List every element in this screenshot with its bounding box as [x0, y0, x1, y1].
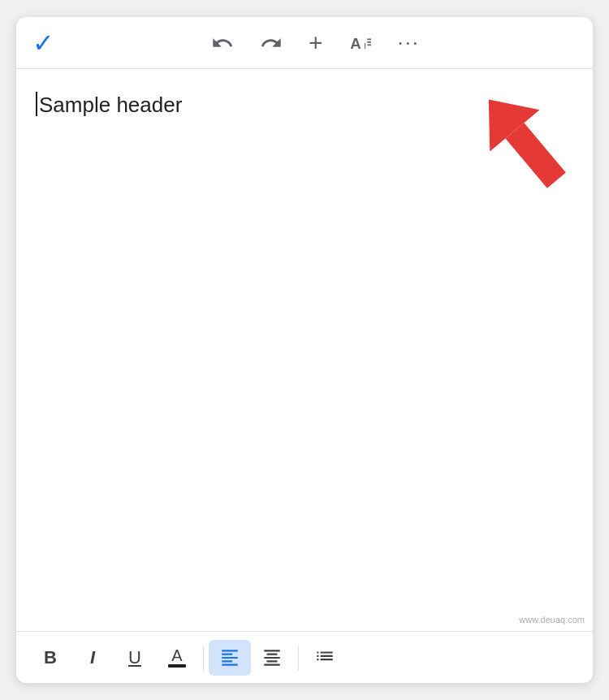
format-divider-1 [203, 645, 204, 671]
phone-frame: ✓ + A [16, 17, 593, 683]
color-a-letter: A [171, 647, 182, 663]
toolbar: ✓ + A [16, 17, 593, 69]
align-center-button[interactable] [251, 640, 293, 676]
list-button[interactable] [304, 640, 346, 676]
format-divider-2 [298, 645, 299, 671]
bold-icon: B [44, 647, 57, 668]
svg-marker-5 [505, 123, 565, 188]
color-a-bar [168, 664, 186, 668]
format-bar: B I U A [16, 631, 593, 683]
italic-button[interactable]: I [71, 640, 114, 676]
more-button[interactable]: ··· [397, 30, 420, 55]
align-left-button[interactable] [209, 640, 251, 676]
add-button[interactable]: + [309, 29, 323, 57]
more-icon-dots: ··· [397, 30, 420, 54]
list-icon [314, 647, 335, 668]
svg-text:A: A [351, 35, 361, 52]
watermark: www.deuaq.com [519, 615, 585, 624]
bold-button[interactable]: B [29, 640, 71, 676]
italic-icon: I [90, 647, 95, 668]
add-icon: + [309, 29, 323, 57]
content-area[interactable]: Sample header www.deuaq.com [16, 69, 593, 631]
toolbar-left: ✓ [32, 30, 54, 56]
header-text-content: Sample header [39, 92, 182, 119]
underline-icon: U [128, 647, 141, 668]
undo-button[interactable] [211, 32, 234, 54]
text-cursor [36, 92, 37, 116]
underline-button[interactable]: U [114, 640, 156, 676]
text-format-button[interactable]: A ı [348, 32, 371, 54]
check-button[interactable]: ✓ [32, 30, 54, 56]
svg-text:ı: ı [364, 39, 367, 51]
color-a-wrapper: A [168, 647, 186, 668]
align-center-icon [261, 647, 283, 668]
document-header[interactable]: Sample header [36, 92, 573, 119]
toolbar-center: + A ı ··· [54, 29, 577, 57]
align-left-icon [219, 647, 240, 668]
text-color-button[interactable]: A [156, 640, 198, 676]
redo-button[interactable] [260, 32, 283, 54]
